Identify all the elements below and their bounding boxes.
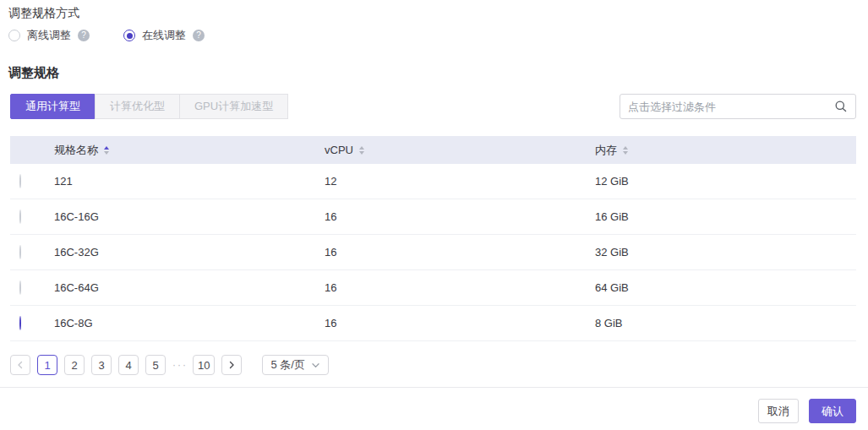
sort-desc-icon[interactable] [623, 151, 628, 155]
row-radio[interactable] [19, 210, 21, 224]
radio-option-online[interactable]: 在线调整 ? [123, 28, 205, 43]
sort-icon-vcpu[interactable] [359, 146, 364, 155]
page-button-4[interactable]: 4 [118, 355, 139, 375]
prev-page-button[interactable] [10, 355, 30, 375]
chevron-left-icon [16, 361, 25, 369]
spec-table: 规格名称 vCPU 内存 [10, 136, 856, 341]
spec-section-title: 调整规格 [0, 65, 868, 81]
page-button-5[interactable]: 5 [145, 355, 166, 375]
tab-gpu-accelerated[interactable]: GPU计算加速型 [179, 94, 288, 119]
radio-option-label: 在线调整 [142, 28, 186, 43]
radio-option-label: 离线调整 [27, 28, 71, 43]
search-icon[interactable] [834, 100, 848, 113]
table-row[interactable]: 16C-32G 16 32 GiB [10, 235, 856, 270]
spec-method-radio-group: 离线调整 ? 在线调整 ? [8, 28, 860, 43]
confirm-button[interactable]: 确认 [809, 399, 856, 423]
memory-cell: 32 GiB [595, 246, 856, 259]
vcpu-cell: 16 [325, 210, 595, 223]
sort-asc-icon[interactable] [623, 146, 628, 150]
spec-table-header: 规格名称 vCPU 内存 [10, 136, 856, 164]
radio-unchecked-icon[interactable] [8, 30, 20, 41]
spec-name-cell: 16C-16G [54, 210, 325, 223]
row-radio-selected[interactable] [19, 316, 21, 330]
help-icon[interactable]: ? [78, 30, 90, 41]
spec-method-title: 调整规格方式 [8, 4, 860, 21]
chevron-down-icon [311, 361, 320, 370]
spec-name-cell: 16C-8G [54, 317, 325, 329]
memory-cell: 16 GiB [595, 210, 856, 223]
sort-desc-icon[interactable] [359, 151, 364, 155]
vcpu-cell: 16 [325, 246, 595, 259]
column-header-vcpu[interactable]: vCPU [325, 144, 595, 156]
row-radio[interactable] [19, 280, 21, 295]
memory-cell: 8 GiB [595, 317, 856, 329]
row-radio[interactable] [19, 245, 21, 259]
column-header-memory[interactable]: 内存 [595, 143, 856, 158]
resize-spec-panel: 调整规格方式 离线调整 ? 在线调整 ? 调整规格 通用计算型 计算优化型 GP… [0, 0, 868, 430]
spec-name-cell: 121 [54, 175, 325, 188]
footer-actions: 取消 确认 [758, 399, 856, 423]
instance-type-tabs: 通用计算型 计算优化型 GPU计算加速型 [10, 94, 288, 119]
sort-icon-spec-name[interactable] [104, 146, 109, 155]
memory-cell: 64 GiB [595, 281, 856, 294]
chevron-right-icon [227, 361, 236, 369]
next-page-button[interactable] [221, 355, 242, 375]
cancel-button[interactable]: 取消 [758, 399, 799, 423]
filter-input[interactable] [628, 101, 834, 113]
pagination: 1 2 3 4 5 ··· 10 5 条/页 [10, 355, 858, 375]
vcpu-cell: 12 [325, 175, 595, 188]
pagination-ellipsis: ··· [172, 359, 188, 371]
spec-name-cell: 16C-64G [54, 281, 325, 294]
table-row[interactable]: 16C-16G 16 16 GiB [10, 199, 856, 235]
sort-icon-memory[interactable] [623, 146, 628, 155]
radio-option-offline[interactable]: 离线调整 ? [8, 28, 90, 43]
page-button-10[interactable]: 10 [193, 355, 215, 375]
column-header-spec-name[interactable]: 规格名称 [54, 143, 325, 158]
page-size-label: 5 条/页 [270, 357, 304, 373]
spec-name-cell: 16C-32G [54, 246, 325, 259]
table-row[interactable]: 121 12 12 GiB [10, 164, 856, 199]
tab-compute-optimized[interactable]: 计算优化型 [95, 94, 180, 119]
page-button-2[interactable]: 2 [64, 355, 85, 375]
page-button-1[interactable]: 1 [37, 355, 57, 375]
spec-method-section: 调整规格方式 离线调整 ? 在线调整 ? [0, 0, 868, 43]
vcpu-cell: 16 [325, 281, 595, 294]
vcpu-cell: 16 [325, 317, 595, 329]
table-row[interactable]: 16C-64G 16 64 GiB [10, 270, 856, 306]
sort-asc-icon[interactable] [104, 146, 109, 150]
page-button-3[interactable]: 3 [91, 355, 112, 375]
filter-box[interactable] [620, 94, 856, 119]
table-row-selected[interactable]: 16C-8G 16 8 GiB [10, 306, 856, 341]
row-radio[interactable] [19, 174, 21, 188]
memory-cell: 12 GiB [595, 175, 856, 188]
sort-asc-icon[interactable] [359, 146, 364, 150]
help-icon[interactable]: ? [193, 30, 205, 41]
page-size-select[interactable]: 5 条/页 [262, 355, 328, 375]
tab-general-compute[interactable]: 通用计算型 [10, 94, 96, 119]
spec-toolbar: 通用计算型 计算优化型 GPU计算加速型 [0, 94, 868, 119]
radio-checked-icon[interactable] [123, 30, 135, 41]
footer-divider [0, 387, 868, 388]
sort-desc-icon[interactable] [104, 151, 109, 155]
